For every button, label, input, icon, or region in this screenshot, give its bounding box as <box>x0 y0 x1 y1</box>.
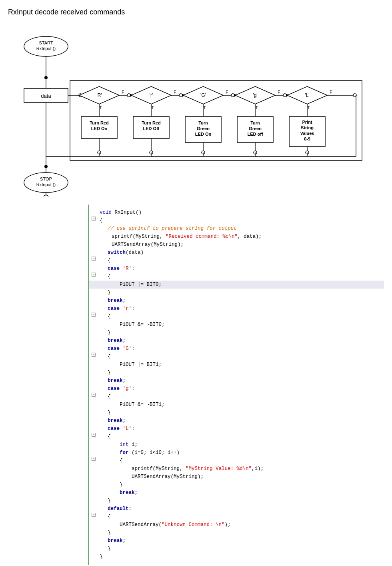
code-line-switch-open: − { <box>89 257 384 265</box>
svg-text:'r': 'r' <box>150 92 153 98</box>
code-line-comment: // use sprintf to prepare string for out… <box>89 225 384 233</box>
flowchart: START RxInput () data 'R' F T 'r' F T <box>8 24 376 197</box>
code-line-R-break: break; <box>89 297 384 305</box>
fold-marker-main[interactable]: − <box>89 217 98 221</box>
svg-text:F: F <box>330 90 332 94</box>
code-line-L-int: int i; <box>89 441 384 449</box>
code-line-r-close: } <box>89 329 384 337</box>
code-line-default-body: UARTSendArray("Unknown Command: \n"); <box>89 521 384 529</box>
code-line-case-R: case 'R': <box>89 265 384 273</box>
svg-text:Turn: Turn <box>198 120 208 125</box>
svg-text:'g': 'g' <box>253 92 257 98</box>
svg-point-16 <box>127 94 130 97</box>
svg-text:Green: Green <box>197 126 210 131</box>
fold-G[interactable]: − <box>89 353 98 357</box>
code-line-default-close: } <box>89 529 384 537</box>
code-line-G-open: − { <box>89 353 384 361</box>
code-line-open-brace-main: − { <box>89 217 384 225</box>
svg-text:F: F <box>122 90 124 94</box>
svg-text:Turn Red: Turn Red <box>142 120 160 125</box>
svg-text:STOP: STOP <box>40 177 52 181</box>
code-line-for-open: − { <box>89 457 384 465</box>
svg-text:LED off: LED off <box>247 132 263 136</box>
code-line-switch-end-brace: } <box>89 545 384 553</box>
svg-text:F: F <box>278 90 280 94</box>
code-line-uart1: UARTSendArray(MyString); <box>89 241 384 249</box>
code-line-default-open: − { <box>89 513 384 521</box>
code-line-g-close: } <box>89 409 384 417</box>
code-line-case-r: case 'r': <box>89 305 384 313</box>
code-line-for-sprintf: sprintf(MyString, "MyString Value: %d\n"… <box>89 465 384 473</box>
svg-point-4 <box>44 76 48 79</box>
code-line-R-body: P1OUT |= BIT0; <box>89 281 384 289</box>
svg-text:'G': 'G' <box>200 92 206 98</box>
code-line-main-close: } <box>89 553 384 561</box>
svg-point-88 <box>44 165 48 168</box>
code-line-g-open: − { <box>89 393 384 401</box>
svg-text:data: data <box>41 93 51 99</box>
code-line-for-close: } <box>89 481 384 489</box>
code-line-r-body: P1OUT &= ~BIT0; <box>89 321 384 329</box>
code-line-R-close: } <box>89 289 384 297</box>
code-line-case-G: case 'G': <box>89 345 384 353</box>
svg-point-30 <box>231 94 234 97</box>
svg-text:Turn Red: Turn Red <box>90 120 108 125</box>
svg-text:Values: Values <box>300 131 314 136</box>
fold-for[interactable]: − <box>89 457 98 461</box>
svg-text:0-9: 0-9 <box>304 136 310 141</box>
code-line-sprintf1: sprintf(MyString, "Received command: %c\… <box>89 233 384 241</box>
code-editor: void RxInput() − { // use sprintf to pre… <box>88 205 384 565</box>
svg-text:LED On: LED On <box>195 132 212 136</box>
flowchart-svg: START RxInput () data 'R' F T 'r' F T <box>8 24 376 197</box>
svg-text:String: String <box>301 125 314 130</box>
svg-text:'R': 'R' <box>96 92 102 98</box>
fold-default[interactable]: − <box>89 513 98 517</box>
code-line-default: default: <box>89 505 384 513</box>
fold-R[interactable]: − <box>89 273 98 277</box>
fold-r[interactable]: − <box>89 313 98 317</box>
code-line-L-for: for (i=0; i<10; i++) <box>89 449 384 457</box>
fold-L[interactable]: − <box>89 433 98 437</box>
svg-point-23 <box>179 94 182 97</box>
code-text-sig: void RxInput() <box>98 209 142 217</box>
code-line-r-open: − { <box>89 313 384 321</box>
code-line-L-open: − { <box>89 433 384 441</box>
code-line-L-break: break; <box>89 489 384 497</box>
code-line-G-body: P1OUT |= BIT1; <box>89 361 384 369</box>
fold-switch[interactable]: − <box>89 257 98 261</box>
svg-text:START: START <box>39 40 53 45</box>
code-line-default-break: break; <box>89 537 384 545</box>
code-line-g-break: break; <box>89 417 384 425</box>
code-line-g-body: P1OUT &= ~BIT1; <box>89 401 384 409</box>
svg-text:RxInput (): RxInput () <box>36 46 56 51</box>
svg-text:LED Off: LED Off <box>143 126 160 131</box>
code-line-for-uart: UARTSendArray(MyString); <box>89 473 384 481</box>
page-title: RxInput decode received commands <box>8 8 384 16</box>
code-line-R-open: − { <box>89 273 384 281</box>
svg-text:'L': 'L' <box>305 92 309 98</box>
svg-text:RxInput (): RxInput () <box>36 182 56 187</box>
code-function-sig: void RxInput() <box>89 209 384 217</box>
code-text: { <box>98 217 103 225</box>
code-line-r-break: break; <box>89 337 384 345</box>
svg-text:LED On: LED On <box>91 126 108 131</box>
code-line-case-L: case 'L': <box>89 425 384 433</box>
fold-g[interactable]: − <box>89 393 98 397</box>
code-line-L-close: } <box>89 497 384 505</box>
svg-text:F: F <box>174 90 176 94</box>
code-line-G-break: break; <box>89 377 384 385</box>
code-line-switch: switch(data) <box>89 249 384 257</box>
svg-text:Print: Print <box>302 120 312 124</box>
svg-text:Green: Green <box>249 126 262 131</box>
svg-text:Turn: Turn <box>250 120 260 125</box>
code-line-G-close: } <box>89 369 384 377</box>
code-line-case-g: case 'g': <box>89 385 384 393</box>
svg-text:F: F <box>226 90 228 94</box>
svg-point-37 <box>283 94 286 97</box>
